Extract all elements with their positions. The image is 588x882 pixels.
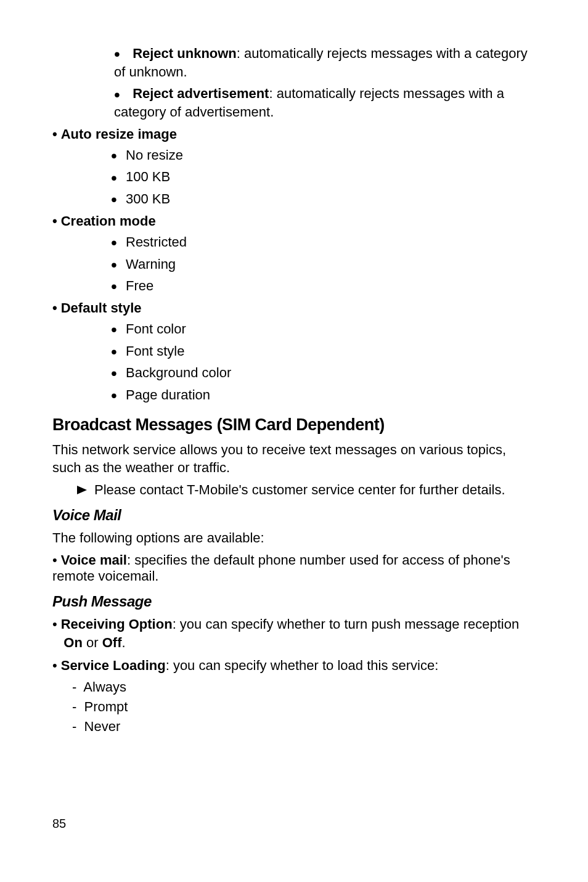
page-content: • Reject unknown: automatically rejects … [0, 0, 588, 868]
bullet-reject-unknown: • Reject unknown: automatically rejects … [114, 44, 533, 81]
off-label: Off [102, 635, 122, 650]
bullet-dot-icon: • [52, 126, 57, 142]
list-item: •300 KB [111, 190, 533, 208]
text: Font style [126, 343, 184, 359]
list-item: •Warning [111, 255, 533, 274]
label: Reject advertisement [133, 86, 269, 101]
text: Warning [126, 256, 176, 272]
bullet-receiving-option: •Receiving Option: you can specify wheth… [52, 615, 533, 653]
text: 100 KB [126, 169, 170, 184]
label: Voice mail [61, 552, 127, 568]
text: Prompt [84, 699, 128, 714]
text: Background color [126, 365, 231, 380]
list-item: •Restricted [111, 233, 533, 251]
label: Receiving Option [61, 616, 173, 632]
list-item: - Always [72, 677, 533, 697]
label: Default style [61, 300, 142, 316]
text: Free [126, 278, 153, 293]
heading-default-style: •Default style [52, 300, 533, 316]
bullet-service-loading: •Service Loading: you can specify whethe… [52, 658, 533, 674]
desc: : you can specify whether to load this s… [166, 658, 439, 673]
list-item: •Font style [111, 342, 533, 361]
bullet-dot-icon: • [52, 300, 57, 316]
label: Creation mode [61, 213, 156, 229]
heading-broadcast-messages: Broadcast Messages (SIM Card Dependent) [52, 415, 533, 435]
page-number: 85 [52, 817, 533, 831]
desc-a: : you can specify whether to turn push m… [173, 616, 520, 632]
paragraph-broadcast: This network service allows you to recei… [52, 441, 533, 477]
paragraph-voicemail-intro: The following options are available: [52, 529, 533, 547]
list-item: •Free [111, 277, 533, 295]
list-item: - Never [72, 717, 533, 737]
on-label: On [63, 635, 83, 650]
list-item: - Prompt [72, 697, 533, 717]
text: Restricted [126, 234, 187, 250]
text: Please contact T-Mobile's customer servi… [94, 482, 505, 497]
bullet-reject-advertisement: • Reject advertisement: automatically re… [114, 84, 533, 121]
heading-creation-mode: •Creation mode [52, 213, 533, 229]
bullet-dot-icon: • [52, 658, 57, 674]
svg-marker-0 [77, 486, 87, 494]
text: Always [83, 679, 126, 695]
text: Never [84, 719, 121, 734]
list-item: •Page duration [111, 386, 533, 404]
bullet-dot-icon: • [52, 213, 57, 229]
list-item: •Background color [111, 364, 533, 382]
end-dot: . [121, 635, 125, 650]
step-contact-tmobile: Please contact T-Mobile's customer servi… [77, 482, 533, 498]
bullet-dot-icon: • [52, 552, 57, 568]
text: Font color [126, 321, 186, 337]
text: 300 KB [126, 191, 170, 206]
text: Page duration [126, 387, 210, 402]
bullet-voice-mail: •Voice mail: specifies the default phone… [52, 552, 533, 584]
bullet-dot-icon: • [52, 615, 57, 634]
arrow-right-icon [77, 482, 87, 498]
heading-voice-mail: Voice Mail [52, 507, 533, 524]
label: Reject unknown [133, 46, 237, 61]
list-item: •Font color [111, 320, 533, 338]
heading-push-message: Push Message [52, 593, 533, 610]
list-item: •100 KB [111, 168, 533, 186]
label: Auto resize image [61, 126, 177, 142]
or-text: or [83, 635, 102, 650]
label: Service Loading [61, 658, 166, 673]
list-item: •No resize [111, 146, 533, 165]
text: No resize [126, 147, 183, 163]
heading-auto-resize-image: •Auto resize image [52, 126, 533, 142]
